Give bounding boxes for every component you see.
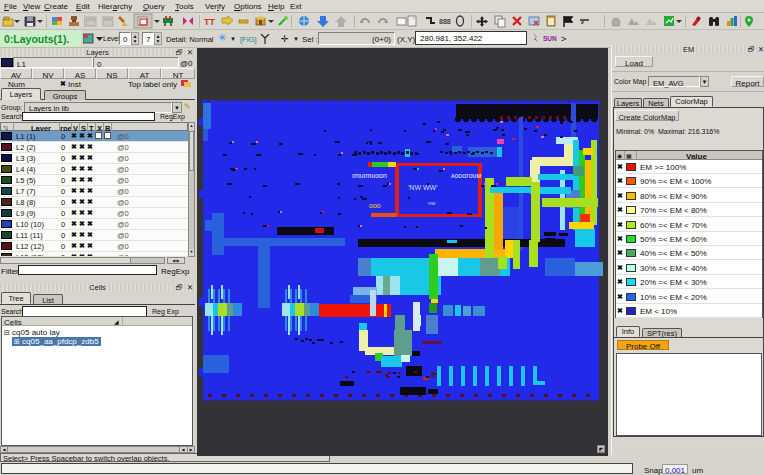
svg-text:ᴀoooᴦoᴜᴍ: ᴀoooᴦoᴜᴍ	[451, 172, 481, 179]
svg-text:888: 888	[439, 18, 451, 25]
svg-text:'NW WW': 'NW WW'	[408, 184, 438, 191]
svg-text:TT: TT	[204, 17, 215, 27]
svg-text:ᴠw: ᴠw	[428, 200, 436, 206]
svg-text:ooo: ooo	[369, 202, 381, 209]
svg-text:ımυımυoon: ımυımυoon	[352, 172, 387, 179]
